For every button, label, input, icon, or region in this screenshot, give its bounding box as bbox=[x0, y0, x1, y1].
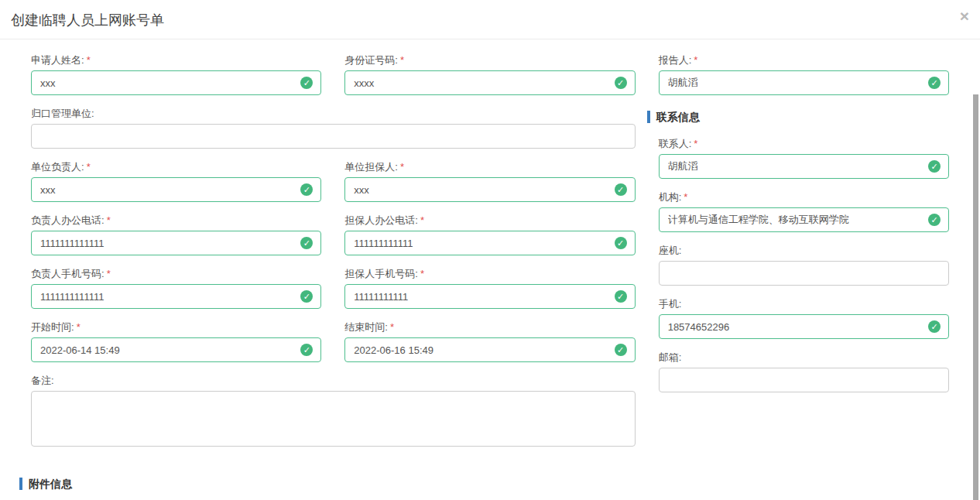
email-input[interactable] bbox=[659, 368, 949, 392]
check-circle-icon: ✓ bbox=[300, 290, 313, 303]
leader-office-phone-label: 负责人办公电话:* bbox=[31, 213, 321, 228]
check-circle-icon: ✓ bbox=[300, 77, 313, 89]
field-guarantor-mobile: 担保人手机号码:* ✓ bbox=[333, 266, 646, 309]
required-asterisk: * bbox=[107, 268, 111, 279]
required-asterisk: * bbox=[400, 54, 404, 66]
field-id-number: 身份证号码:* ✓ bbox=[333, 53, 646, 95]
field-end-time: 结束时间:* ✓ bbox=[333, 320, 646, 362]
required-asterisk: * bbox=[420, 214, 424, 226]
guarantor-office-phone-label: 担保人办公电话:* bbox=[344, 213, 635, 228]
required-asterisk: * bbox=[87, 54, 91, 66]
mobile-input[interactable] bbox=[659, 314, 949, 339]
field-management-unit: 归口管理单位: bbox=[19, 106, 647, 149]
unit-guarantor-label: 单位担保人:* bbox=[344, 159, 635, 174]
start-time-label: 开始时间:* bbox=[31, 320, 321, 334]
field-contact-person: 联系人:* ✓ bbox=[647, 136, 961, 179]
guarantor-office-phone-input[interactable] bbox=[344, 231, 635, 255]
leader-mobile-label: 负责人手机号码:* bbox=[31, 266, 321, 281]
email-label: 邮箱: bbox=[659, 350, 949, 365]
required-asterisk: * bbox=[694, 54, 697, 66]
reporter-input[interactable] bbox=[659, 70, 949, 95]
landline-label: 座机: bbox=[659, 243, 949, 258]
check-circle-icon: ✓ bbox=[615, 344, 627, 356]
end-time-input[interactable] bbox=[344, 337, 635, 362]
field-unit-guarantor: 单位担保人:* ✓ bbox=[333, 159, 646, 202]
field-leader-office-phone: 负责人办公电话:* ✓ bbox=[19, 213, 333, 255]
leader-office-phone-input[interactable] bbox=[31, 231, 321, 255]
check-circle-icon: ✓ bbox=[928, 214, 941, 226]
remarks-textarea[interactable] bbox=[31, 391, 636, 447]
leader-mobile-input[interactable] bbox=[31, 284, 321, 309]
start-time-input[interactable] bbox=[31, 337, 321, 362]
applicant-name-label: 申请人姓名:* bbox=[31, 53, 321, 67]
required-asterisk: * bbox=[684, 191, 687, 203]
field-guarantor-office-phone: 担保人办公电话:* ✓ bbox=[333, 213, 646, 255]
modal-title: 创建临聘人员上网账号单 bbox=[11, 10, 968, 30]
check-circle-icon: ✓ bbox=[615, 290, 627, 303]
management-unit-input[interactable] bbox=[31, 124, 636, 149]
form-right-area: 报告人:* ✓ 联系信息 联系人:* ✓ 机构:* ✓ bbox=[647, 53, 961, 457]
contact-person-label: 联系人:* bbox=[659, 136, 949, 151]
modal-header: 创建临聘人员上网账号单 × bbox=[0, 0, 980, 39]
field-remarks: 备注: bbox=[19, 373, 647, 447]
close-icon: × bbox=[960, 7, 969, 25]
remarks-label: 备注: bbox=[31, 373, 636, 388]
landline-input[interactable] bbox=[659, 261, 949, 286]
check-circle-icon: ✓ bbox=[928, 160, 941, 173]
id-number-label: 身份证号码:* bbox=[344, 53, 635, 67]
unit-leader-input[interactable] bbox=[31, 177, 321, 202]
reporter-label: 报告人:* bbox=[659, 53, 949, 67]
applicant-name-input[interactable] bbox=[31, 70, 321, 95]
check-circle-icon: ✓ bbox=[928, 77, 941, 89]
field-leader-mobile: 负责人手机号码:* ✓ bbox=[19, 266, 333, 309]
check-circle-icon: ✓ bbox=[300, 183, 313, 196]
end-time-label: 结束时间:* bbox=[344, 320, 635, 334]
required-asterisk: * bbox=[77, 321, 81, 333]
id-number-input[interactable] bbox=[344, 70, 635, 95]
unit-leader-label: 单位负责人:* bbox=[31, 159, 321, 174]
organization-label: 机构:* bbox=[659, 190, 949, 204]
scrollbar-thumb[interactable] bbox=[973, 94, 978, 500]
required-asterisk: * bbox=[420, 268, 424, 279]
check-circle-icon: ✓ bbox=[928, 320, 941, 333]
field-unit-leader: 单位负责人:* ✓ bbox=[19, 159, 333, 202]
check-circle-icon: ✓ bbox=[300, 237, 313, 249]
check-circle-icon: ✓ bbox=[300, 344, 313, 356]
required-asterisk: * bbox=[400, 161, 404, 173]
close-button[interactable]: × bbox=[960, 8, 969, 24]
management-unit-label: 归口管理单位: bbox=[31, 106, 636, 121]
field-start-time: 开始时间:* ✓ bbox=[19, 320, 333, 362]
check-circle-icon: ✓ bbox=[615, 77, 627, 89]
guarantor-mobile-input[interactable] bbox=[344, 284, 635, 309]
field-applicant-name: 申请人姓名:* ✓ bbox=[19, 53, 333, 95]
create-account-modal: 创建临聘人员上网账号单 × 申请人姓名:* ✓ 身份证号码:* ✓ bbox=[0, 0, 980, 500]
required-asterisk: * bbox=[390, 321, 394, 333]
mobile-label: 手机: bbox=[659, 296, 949, 311]
required-asterisk: * bbox=[87, 161, 91, 173]
unit-guarantor-input[interactable] bbox=[344, 177, 635, 202]
field-landline: 座机: bbox=[647, 243, 961, 286]
attachment-section-header: 附件信息 bbox=[19, 478, 980, 490]
contact-person-input[interactable] bbox=[659, 154, 949, 179]
form-body: 申请人姓名:* ✓ 身份证号码:* ✓ 归口管理单位: bbox=[0, 39, 980, 457]
field-mobile: 手机: ✓ bbox=[647, 296, 961, 339]
check-circle-icon: ✓ bbox=[615, 183, 627, 196]
contact-section-header: 联系信息 bbox=[647, 111, 961, 123]
field-email: 邮箱: bbox=[647, 350, 961, 392]
field-reporter: 报告人:* ✓ bbox=[647, 53, 961, 95]
check-circle-icon: ✓ bbox=[615, 237, 627, 249]
field-organization: 机构:* ✓ bbox=[647, 190, 961, 232]
required-asterisk: * bbox=[107, 214, 111, 226]
organization-input[interactable] bbox=[659, 207, 949, 232]
guarantor-mobile-label: 担保人手机号码:* bbox=[344, 266, 635, 281]
required-asterisk: * bbox=[694, 138, 697, 149]
form-left-area: 申请人姓名:* ✓ 身份证号码:* ✓ 归口管理单位: bbox=[19, 53, 647, 457]
